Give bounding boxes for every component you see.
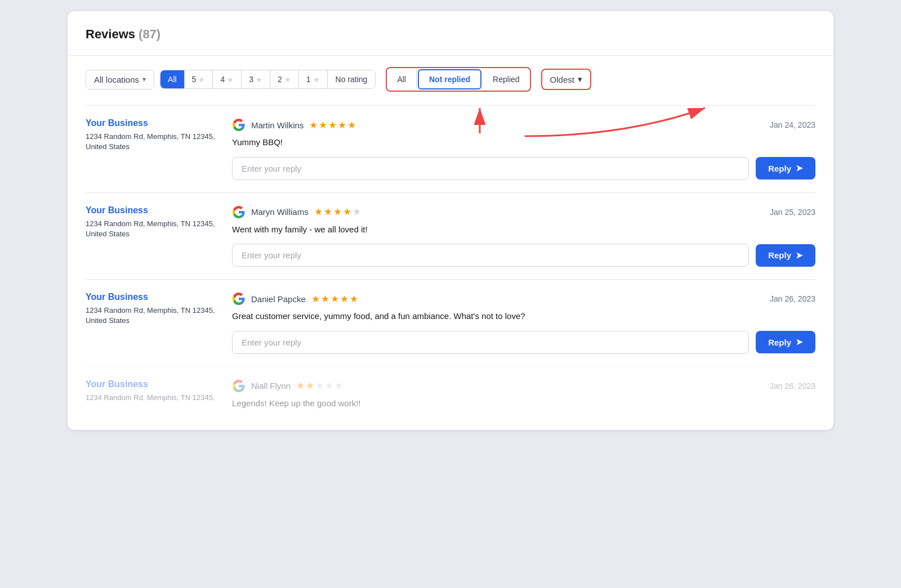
star-filled: ★ <box>321 293 329 305</box>
star-filled: ★ <box>331 293 339 305</box>
rating-2-label: 2 <box>278 75 282 84</box>
google-icon <box>232 205 246 219</box>
filters-row: All locations ▾ All 5 ★ 4 ★ 3 ★ 2 ★ <box>86 67 815 92</box>
star-filled: ★ <box>347 119 356 131</box>
reply-row: Reply ➤ <box>232 244 815 267</box>
rating-4-label: 4 <box>220 75 225 84</box>
reply-status-replied-label: Replied <box>493 75 519 84</box>
star-filled: ★ <box>340 293 349 305</box>
rating-all-label: All <box>168 75 177 84</box>
review-content: Niall Flynn ★★★★★ Jan 26, 2023 Legends! … <box>232 379 815 418</box>
business-name: Your Business <box>86 205 221 216</box>
business-name: Your Business <box>86 379 221 389</box>
star-icon-4: ★ <box>227 75 234 84</box>
reply-input[interactable] <box>232 331 749 354</box>
review-date: Jan 26, 2023 <box>770 381 815 390</box>
rating-filters: All 5 ★ 4 ★ 3 ★ 2 ★ 1 ★ No r <box>160 70 376 89</box>
star-filled: ★ <box>324 206 332 218</box>
no-rating-button[interactable]: No rating <box>328 70 376 88</box>
reviews-header: Reviews (87) <box>86 27 815 42</box>
google-icon <box>232 379 246 393</box>
review-text: Went with my family - we all loved it! <box>232 223 815 236</box>
rating-5-button[interactable]: 5 ★ <box>185 70 213 88</box>
location-dropdown[interactable]: All locations ▾ <box>86 70 154 89</box>
reply-status-all-button[interactable]: All <box>387 70 417 88</box>
reply-status-all-label: All <box>397 75 406 84</box>
star-filled: ★ <box>309 119 318 131</box>
star-icon-3: ★ <box>256 75 262 84</box>
review-date: Jan 24, 2023 <box>770 120 815 129</box>
review-meta: Martin Wilkins ★★★★★ Jan 24, 2023 <box>232 118 815 132</box>
stars: ★★★★★ <box>311 293 358 305</box>
reply-button[interactable]: Reply ➤ <box>756 244 815 267</box>
star-icon-2: ★ <box>284 75 291 84</box>
star-filled: ★ <box>314 206 323 218</box>
star-filled: ★ <box>338 119 346 131</box>
stars: ★★★★★ <box>296 380 343 392</box>
business-address: 1234 Random Rd, Memphis, TN 12345, Unite… <box>86 219 221 239</box>
reviews-count: (87) <box>139 27 160 42</box>
star-empty: ★ <box>315 380 324 392</box>
review-date: Jan 26, 2023 <box>770 294 815 303</box>
review-content: Maryn Williams ★★★★★ Jan 25, 2023 Went w… <box>232 205 815 267</box>
review-content: Martin Wilkins ★★★★★ Jan 24, 2023 Yummy … <box>232 118 815 180</box>
rating-4-button[interactable]: 4 ★ <box>213 70 242 88</box>
review-content: Daniel Papcke ★★★★★ Jan 26, 2023 Great c… <box>232 292 815 354</box>
star-filled: ★ <box>333 206 342 218</box>
reviews-title: Reviews <box>86 27 135 42</box>
google-icon <box>232 292 246 306</box>
business-info: Your Business 1234 Random Rd, Memphis, T… <box>86 292 232 326</box>
reply-button[interactable]: Reply ➤ <box>756 331 815 353</box>
google-icon <box>232 118 246 132</box>
review-meta: Daniel Papcke ★★★★★ Jan 26, 2023 <box>232 292 815 306</box>
star-filled: ★ <box>343 206 351 218</box>
no-rating-label: No rating <box>336 75 368 84</box>
star-icon-1: ★ <box>313 75 320 84</box>
star-empty: ★ <box>353 206 361 218</box>
sort-chevron: ▾ <box>578 74 582 84</box>
business-address: 1234 Random Rd, Memphis, TN 12345, Unite… <box>86 306 221 326</box>
business-name: Your Business <box>86 292 221 302</box>
reply-status-group: All Not replied Replied <box>386 67 530 92</box>
reply-row: Reply ➤ <box>232 157 815 180</box>
reply-row: Reply ➤ <box>232 331 815 354</box>
reply-input[interactable] <box>232 157 749 180</box>
reply-status-replied-button[interactable]: Replied <box>483 70 529 88</box>
business-info: Your Business 1234 Random Rd, Memphis, T… <box>86 205 232 239</box>
rating-all-button[interactable]: All <box>160 70 185 88</box>
reply-input[interactable] <box>232 244 749 267</box>
rating-1-button[interactable]: 1 ★ <box>299 70 328 88</box>
review-row: Your Business 1234 Random Rd, Memphis, T… <box>86 192 815 280</box>
review-date: Jan 25, 2023 <box>770 208 815 217</box>
rating-1-label: 1 <box>306 75 311 84</box>
stars: ★★★★★ <box>314 206 361 218</box>
reviews-card: Reviews (87) All locations ▾ All 5 ★ 4 ★… <box>68 11 833 430</box>
review-meta: Maryn Williams ★★★★★ Jan 25, 2023 <box>232 205 815 219</box>
rating-5-label: 5 <box>192 75 197 84</box>
star-filled: ★ <box>328 119 337 131</box>
reply-label: Reply <box>768 338 791 347</box>
rating-3-button[interactable]: 3 ★ <box>242 70 270 88</box>
review-row: Your Business 1234 Random Rd, Memphis, T… <box>86 366 815 430</box>
business-address: 1234 Random Rd, Memphis, TN 12345, Unite… <box>86 132 221 152</box>
header-divider <box>68 55 833 56</box>
stars: ★★★★★ <box>309 119 356 131</box>
location-chevron: ▾ <box>142 75 146 83</box>
review-row: Your Business 1234 Random Rd, Memphis, T… <box>86 279 815 366</box>
business-info: Your Business 1234 Random Rd, Memphis, T… <box>86 379 232 403</box>
star-filled: ★ <box>296 380 305 392</box>
rating-2-button[interactable]: 2 ★ <box>270 70 299 88</box>
send-icon: ➤ <box>796 337 803 347</box>
star-filled: ★ <box>350 293 358 305</box>
review-text: Legends! Keep up the good work!! <box>232 397 815 410</box>
star-filled: ★ <box>311 293 320 305</box>
star-empty: ★ <box>334 380 343 392</box>
star-icon-5: ★ <box>198 75 205 84</box>
reply-button[interactable]: Reply ➤ <box>756 157 815 179</box>
reply-status-not-replied-button[interactable]: Not replied <box>418 69 481 89</box>
sort-dropdown[interactable]: Oldest ▾ <box>541 69 591 90</box>
review-text: Yummy BBQ! <box>232 136 815 149</box>
review-meta: Niall Flynn ★★★★★ Jan 26, 2023 <box>232 379 815 393</box>
star-empty: ★ <box>325 380 333 392</box>
business-name: Your Business <box>86 118 221 128</box>
